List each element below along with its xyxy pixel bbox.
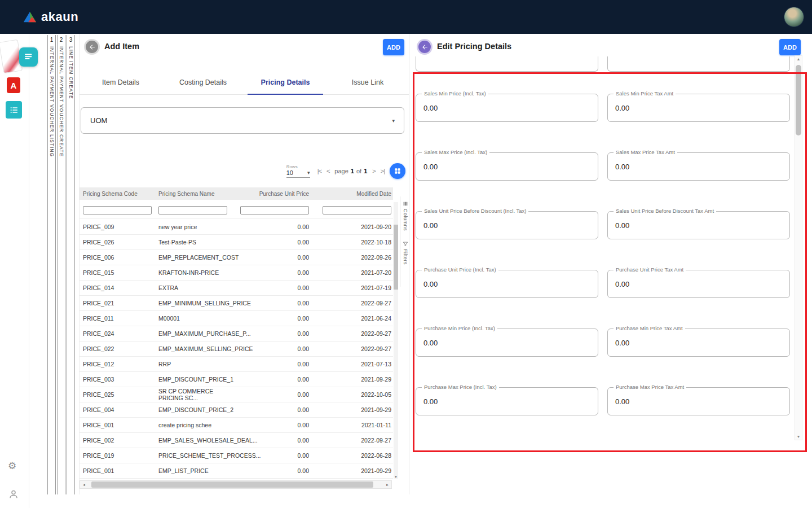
pricing-field[interactable]: Purchase Min Price (Incl. Tax) 0.00: [416, 329, 598, 357]
vertical-tab-internal-payment-voucher-listing[interactable]: 1 INTERNAL PAYMENT VOUCHER LISTING: [47, 35, 56, 494]
rows-per-page-select[interactable]: Rows 10 ▾: [286, 164, 310, 178]
pricing-field[interactable]: Purchase Unit Price Tax Amt 0.00: [607, 270, 790, 298]
filter-date-input[interactable]: [323, 206, 391, 214]
filter-name-input[interactable]: [158, 206, 227, 214]
back-button[interactable]: [417, 39, 433, 55]
edit-pricing-panel: Edit Pricing Details ADD Sales Min Price…: [412, 34, 804, 494]
column-pricing-schema-code[interactable]: Pricing Schema Code: [80, 191, 158, 197]
scrollbar-thumb[interactable]: [796, 65, 801, 135]
vertical-tab-internal-payment-voucher-create[interactable]: 2 INTERNAL PAYMENT VOUCHER CREATE: [57, 35, 65, 494]
chevron-down-icon: ▾: [392, 118, 395, 124]
cell-pricing-schema-name: EMP_MINIMUM_SELLING_PRICE: [158, 300, 239, 306]
table-row[interactable]: PRICE_012 RRP 0.00 2021-07-13: [80, 357, 393, 372]
pdf-icon[interactable]: A: [7, 77, 20, 93]
filters-tool[interactable]: Filters: [403, 241, 408, 265]
column-purchase-unit-price[interactable]: Purchase Unit Price: [239, 191, 309, 197]
tab-issue-link[interactable]: Issue Link: [326, 71, 409, 94]
tab-pricing-details[interactable]: Pricing Details: [244, 71, 326, 94]
settings-gear-icon[interactable]: ⚙: [8, 460, 16, 471]
filter-code-input[interactable]: [83, 206, 152, 214]
columns-tool[interactable]: Columns: [403, 201, 408, 231]
pricing-field[interactable]: Sales Max Price (Incl. Tax) 0.00: [416, 152, 598, 181]
cell-pricing-schema-code: PRICE_003: [80, 376, 158, 383]
pricing-field[interactable]: Purchase Max Price Tax Amt 0.00: [607, 387, 790, 415]
scrollbar-thumb[interactable]: [394, 225, 398, 290]
scroll-down-icon[interactable]: ▼: [394, 475, 398, 479]
filter-price-input[interactable]: [240, 206, 309, 214]
table-row[interactable]: PRICE_014 EXTRA 0.00 2021-07-19: [80, 281, 393, 296]
field-label: Purchase Unit Price Tax Amt: [614, 266, 686, 273]
table-row[interactable]: PRICE_022 EMP_MAXIMUM_SELLING_PRICE 0.00…: [80, 341, 393, 357]
cell-pricing-schema-code: PRICE_026: [80, 239, 158, 246]
table-row[interactable]: PRICE_011 M00001 0.00 2021-06-24: [80, 311, 393, 326]
pricing-fields-grid: Sales Min Price (Incl. Tax) 0.00 Sales M…: [416, 94, 790, 415]
table-row[interactable]: PRICE_026 Test-Paste-PS 0.00 2022-10-18: [80, 235, 393, 250]
pricing-field[interactable]: Purchase Unit Price (Incl. Tax) 0.00: [416, 270, 598, 298]
chevron-down-icon: ▾: [307, 170, 310, 176]
field-value: 0.00: [615, 163, 629, 171]
scrollbar-track[interactable]: [88, 481, 383, 488]
field-label: Sales Max Price Tax Amt: [614, 149, 677, 155]
table-vertical-scrollbar[interactable]: ▼: [394, 202, 398, 479]
column-pricing-schema-name[interactable]: Pricing Schema Name: [158, 191, 239, 197]
tab-item-details[interactable]: Item Details: [80, 71, 162, 94]
list-button[interactable]: [6, 101, 22, 119]
tab-costing-details[interactable]: Costing Details: [162, 71, 244, 94]
table-row[interactable]: PRICE_015 KRAFTON-INR-PRICE 0.00 2021-07…: [80, 265, 393, 281]
pricing-field[interactable]: Sales Unit Price Before Discount Tax Amt…: [607, 211, 790, 239]
tab-label: Pricing Details: [261, 78, 310, 86]
profile-icon[interactable]: [8, 489, 19, 502]
cell-pricing-schema-code: PRICE_004: [80, 406, 158, 413]
scroll-left-icon[interactable]: ◄: [80, 483, 88, 487]
vertical-tab-line-item-create[interactable]: 3 LINE ITEM CREATE: [67, 35, 75, 494]
field-value: 0.00: [615, 280, 629, 288]
field-label: Purchase Max Price Tax Amt: [614, 384, 686, 390]
left-icon-rail: A ⚙: [0, 34, 29, 508]
apps-grid-button[interactable]: [390, 163, 405, 179]
cell-pricing-schema-name: EMP_MAXIMUM_SELLING_PRICE: [158, 345, 239, 352]
partial-field-right[interactable]: [607, 56, 790, 72]
table-row[interactable]: PRICE_019 PRICE_SCHEME_TEST_PROCESS... 0…: [80, 448, 393, 463]
table-row[interactable]: PRICE_003 EMP_DISCOUNT_PRICE_1 0.00 2021…: [80, 372, 393, 387]
scrollbar-thumb[interactable]: [91, 481, 373, 488]
add-button[interactable]: ADD: [779, 39, 801, 55]
table-row[interactable]: PRICE_025 SR CP COMMERCE PRICING SC... 0…: [80, 387, 393, 402]
field-label: Purchase Min Price Tax Amt: [614, 325, 685, 331]
field-value: 0.00: [423, 163, 438, 171]
table-row[interactable]: PRICE_009 new year price 0.00 2021-09-20: [80, 220, 393, 235]
table-row[interactable]: PRICE_001 EMP_LIST_PRICE 0.00 2021-09-29: [80, 463, 393, 479]
table-row[interactable]: PRICE_024 EMP_MAXIMUM_PURCHASE_P... 0.00…: [80, 326, 393, 341]
pricing-field[interactable]: Sales Unit Price Before Discount (Incl. …: [416, 211, 598, 239]
table-row[interactable]: PRICE_002 EMP_SALES_WHOLESALE_DEAL... 0.…: [80, 433, 393, 448]
last-page-button[interactable]: >|: [381, 168, 385, 174]
cell-pricing-schema-code: PRICE_022: [80, 345, 158, 352]
pricing-field[interactable]: Purchase Max Price (Incl. Tax) 0.00: [416, 387, 598, 415]
first-page-button[interactable]: |<: [317, 168, 321, 174]
page-word: page: [334, 168, 348, 174]
table-horizontal-scrollbar[interactable]: ◄ ►: [80, 480, 392, 489]
column-modified-date[interactable]: Modified Date: [309, 191, 393, 197]
pricing-field[interactable]: Sales Max Price Tax Amt 0.00: [607, 152, 790, 181]
user-avatar[interactable]: [784, 7, 804, 27]
cell-modified-date: 2021-09-20: [309, 224, 393, 230]
table-row[interactable]: PRICE_004 EMP_DISCOUNT_PRICE_2 0.00 2021…: [80, 402, 393, 418]
prev-page-button[interactable]: <: [326, 168, 329, 174]
uom-select[interactable]: UOM ▾: [81, 107, 404, 134]
brand-logo[interactable]: akaun: [23, 10, 78, 24]
scroll-down-icon[interactable]: ▼: [795, 435, 802, 439]
back-button[interactable]: [84, 39, 100, 55]
next-page-button[interactable]: >: [372, 168, 375, 174]
partial-field-left[interactable]: [416, 56, 598, 72]
pricing-field[interactable]: Purchase Min Price Tax Amt 0.00: [607, 329, 790, 357]
pricing-field[interactable]: Sales Min Price Tax Amt 0.00: [607, 94, 790, 122]
cell-pricing-schema-code: PRICE_006: [80, 254, 158, 261]
panel-vertical-scrollbar[interactable]: ▲ ▼: [795, 55, 802, 440]
table-row[interactable]: PRICE_001 create pricing schee 0.00 2021…: [80, 418, 393, 433]
table-row[interactable]: PRICE_006 EMP_REPLACEMENT_COST 0.00 2022…: [80, 250, 393, 265]
scroll-up-icon[interactable]: ▲: [795, 57, 802, 61]
playlist-menu-button[interactable]: [19, 47, 38, 67]
table-row[interactable]: PRICE_021 EMP_MINIMUM_SELLING_PRICE 0.00…: [80, 296, 393, 311]
scroll-right-icon[interactable]: ►: [383, 483, 391, 487]
add-button[interactable]: ADD: [383, 39, 404, 55]
pricing-field[interactable]: Sales Min Price (Incl. Tax) 0.00: [416, 94, 598, 122]
